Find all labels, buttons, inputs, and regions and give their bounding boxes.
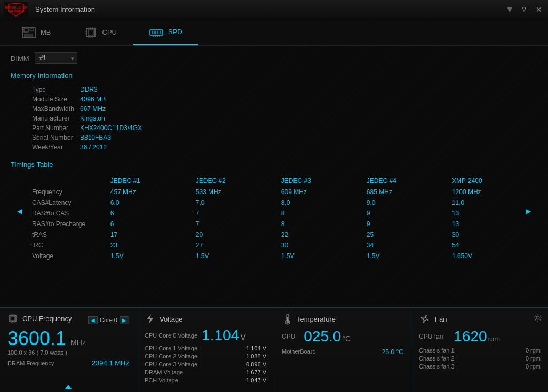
svg-rect-31 — [11, 316, 15, 321]
timings-cell-3: 9 — [367, 219, 452, 229]
voltage-row-item: CPU Core 2 Voltage1.088 V — [145, 353, 266, 359]
dimm-select[interactable]: #1 #2 #3 #4 — [35, 52, 77, 64]
timings-row-label: Voltage — [11, 251, 110, 261]
memory-info-row: Week/Year36 / 2012 — [11, 142, 537, 152]
settings-button[interactable] — [533, 313, 543, 325]
cpu-temp-label: CPU — [282, 333, 295, 340]
mb-icon — [21, 26, 36, 39]
voltage-row-label: CPU Core 3 Voltage — [145, 361, 197, 367]
cpu-fan-unit: rpm — [488, 335, 500, 343]
timings-row: tRC2327303454 — [11, 240, 537, 251]
dimm-select-wrapper[interactable]: #1 #2 #3 #4 ▼ — [35, 52, 77, 64]
svg-rect-25 — [160, 31, 161, 34]
timings-cell-4: 1.650V — [452, 251, 537, 261]
timings-cell-1: 7,0 — [196, 197, 281, 208]
memory-field-value: 667 MHz — [80, 104, 537, 114]
temperature-title: Temperature — [297, 315, 336, 323]
timings-cell-1: 533 MHz — [196, 187, 281, 197]
tab-bar: MB CPU — [0, 19, 548, 46]
cpu-fan-label: CPU fan — [419, 333, 443, 340]
fan-row-item: Chassis fan 10 rpm — [419, 347, 541, 354]
svg-rect-22 — [152, 31, 153, 34]
voltage-row-value: 0.896 V — [246, 361, 266, 367]
cpu-freq-big-value: 3600.1 — [7, 329, 66, 348]
fan-rows: Chassis fan 10 rpmChassis fan 20 rpmChas… — [419, 347, 541, 370]
app-title: System Information — [35, 5, 95, 13]
tab-mb-label: MB — [41, 28, 51, 36]
tab-mb[interactable]: MB — [5, 19, 67, 45]
timings-cell-0: 23 — [110, 240, 196, 251]
memory-field-label: Manufacturer — [11, 114, 80, 123]
svg-rect-24 — [157, 31, 158, 34]
timings-cell-0: 6 — [110, 219, 196, 229]
timings-cell-2: 8 — [281, 219, 367, 229]
gear-icon — [533, 313, 543, 323]
cpu-temp-unit: °C — [342, 334, 351, 343]
tab-cpu[interactable]: CPU — [67, 19, 133, 45]
timings-cell-0: 6,0 — [110, 197, 196, 208]
main-voltage-label: CPU Core 0 Voltage — [145, 332, 197, 339]
cpu-fan-row: CPU fan 1620 rpm — [419, 328, 541, 345]
memory-info-row: Module Size4096 MB — [11, 94, 537, 104]
core-next-btn[interactable]: ▶ — [120, 316, 129, 324]
mb-temp-value: 25.0 °C — [382, 348, 403, 356]
svg-point-43 — [423, 317, 426, 321]
timings-section: Timings Table ◀ ▶ JEDEC #1JEDEC #2JEDEC … — [11, 161, 537, 261]
memory-field-value: KHX2400C11D3/4GX — [80, 123, 537, 133]
timings-cell-2: 30 — [281, 240, 367, 251]
voltage-row-value: 1.047 V — [246, 377, 266, 383]
core-label: Core 0 — [100, 317, 117, 323]
voltage-row-item: DRAM Voltage1.677 V — [145, 369, 266, 375]
timings-row: tRAS1720222530 — [11, 229, 537, 240]
memory-field-value: Kingston — [80, 114, 537, 123]
fan-row-value: 0 rpm — [526, 363, 541, 370]
close-button[interactable]: ✕ — [534, 5, 544, 14]
timings-cell-2: 8 — [281, 208, 367, 219]
tab-cpu-label: CPU — [102, 28, 117, 36]
cpu-temp-row: CPU 025.0 °C — [282, 328, 403, 345]
voltage-row-label: CPU Core 1 Voltage — [145, 345, 197, 351]
timings-row: Voltage1.5V1.5V1.5V1.5V1.650V — [11, 251, 537, 261]
voltage-title: Voltage — [160, 315, 182, 323]
voltage-row-value: 1.104 V — [246, 345, 266, 351]
help-button[interactable]: ? — [519, 5, 529, 14]
svg-rect-23 — [154, 31, 156, 34]
timings-row: CAS#Latency6,07,08,09,011,0 — [11, 197, 537, 208]
window-controls: ▼ ? ✕ — [505, 5, 544, 14]
tab-spd-label: SPD — [168, 28, 182, 36]
cpu-icon — [83, 26, 98, 39]
main-voltage-value: 1.104 — [202, 328, 239, 343]
memory-field-label: Module Size — [11, 94, 80, 104]
memory-field-value: 4096 MB — [80, 94, 537, 104]
timings-row: RAS#to CAS678913 — [11, 208, 537, 219]
core-prev-btn[interactable]: ◀ — [88, 316, 98, 324]
scroll-left-icon[interactable]: ◀ — [17, 207, 22, 215]
temp-header: Temperature — [282, 313, 403, 325]
scroll-right-icon[interactable]: ▶ — [526, 207, 531, 215]
dram-freq-label: DRAM Frequency — [7, 360, 54, 366]
memory-field-label: Type — [11, 85, 80, 94]
timings-cell-3: 685 MHz — [367, 187, 452, 197]
cpu-temp-value: 025.0 — [304, 328, 341, 345]
dimm-label: DIMM — [11, 54, 29, 62]
voltage-row-item: PCH Voltage1.047 V — [145, 377, 266, 383]
memory-info-row: TypeDDR3 — [11, 85, 537, 94]
timings-cell-4: 30 — [452, 229, 537, 240]
tab-spd[interactable]: SPD — [133, 19, 198, 45]
cpu-freq-icon — [7, 313, 18, 324]
memory-info-table: TypeDDR3Module Size4096 MBMaxBandwidth66… — [11, 85, 537, 152]
timings-cell-3: 9 — [367, 208, 452, 219]
title-decoration: ▼ — [505, 5, 514, 14]
timings-row-label: tRAS — [11, 229, 110, 240]
timings-cell-1: 7 — [196, 219, 281, 229]
spd-icon — [149, 26, 164, 38]
svg-rect-9 — [86, 28, 95, 37]
svg-rect-5 — [30, 29, 34, 31]
core-nav: ◀ Core 0 ▶ — [88, 316, 129, 324]
cpu-freq-sub: 100.0 x 36 ( 7.0 watts ) — [7, 349, 129, 356]
memory-field-value: DDR3 — [80, 85, 537, 94]
memory-field-label: MaxBandwidth — [11, 104, 80, 114]
timings-col-2: JEDEC #2 — [196, 175, 281, 187]
timings-cell-4: 13 — [452, 208, 537, 219]
timings-row: RAS#to Precharge678913 — [11, 219, 537, 229]
